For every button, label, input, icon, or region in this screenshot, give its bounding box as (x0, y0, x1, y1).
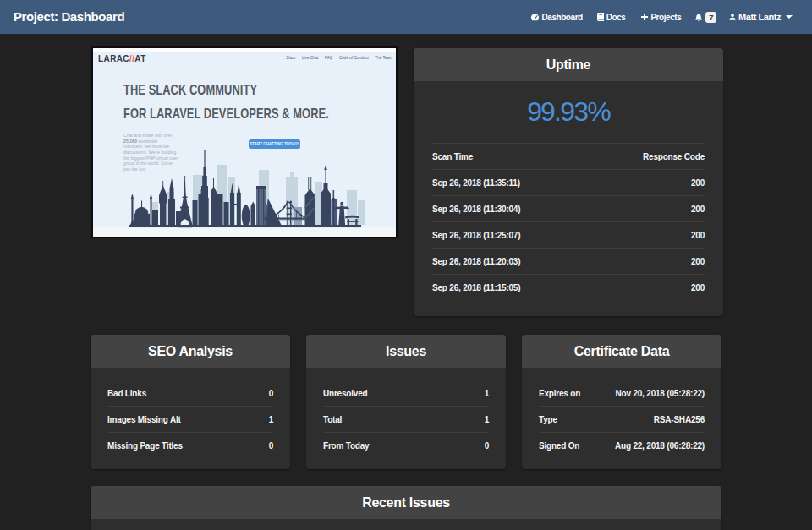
navbar-brand: Project: Dashboard (14, 0, 124, 34)
uptime-row: Sep 26, 2018 (11:15:05) 200 (432, 274, 705, 300)
uptime-percentage: 99.93% (432, 81, 705, 143)
stat-value: 0 (269, 389, 273, 398)
uptime-panel: Uptime 99.93% Scan Time Response Code Se… (414, 48, 723, 316)
stat-label: From Today (323, 441, 370, 451)
preview-skyline-illustration (93, 48, 396, 237)
col-scan-time: Scan Time (432, 152, 473, 161)
nav-label-docs: Docs (606, 13, 626, 22)
user-icon (729, 14, 736, 21)
issues-row: From Today 0 (323, 432, 489, 458)
plus-icon (641, 14, 648, 20)
certificate-row: Signed On Aug 22, 2018 (06:28:22) (539, 432, 705, 458)
stat-value: 1 (269, 415, 273, 424)
seo-table: Bad Links 0 Images Missing Alt 1 Missing… (107, 380, 273, 458)
issues-row: Total 1 (323, 406, 489, 432)
scan-time: Sep 26, 2018 (11:25:07) (432, 231, 520, 240)
response-code: 200 (691, 257, 705, 266)
uptime-table-header: Scan Time Response Code (432, 143, 705, 169)
stat-value: Nov 20, 2018 (05:28:22) (616, 389, 705, 398)
seo-row: Missing Page Titles 0 (107, 432, 273, 458)
nav-item-user[interactable]: Matt Lantz (729, 12, 793, 22)
stat-value: RSA-SHA256 (654, 415, 705, 424)
certificate-row: Type RSA-SHA256 (539, 406, 705, 432)
certificate-panel: Certificate Data Expires on Nov 20, 2018… (522, 335, 721, 469)
recent-issues-panel: Recent Issues (91, 486, 721, 530)
nav-label-projects: Projects (650, 13, 681, 22)
notification-badge: 7 (705, 12, 716, 23)
uptime-table: Scan Time Response Code Sep 26, 2018 (11… (432, 143, 705, 300)
issues-row: Unresolved 1 (323, 380, 489, 406)
nav-item-docs[interactable]: Docs (597, 13, 626, 22)
stat-value: 0 (485, 441, 489, 451)
scan-time: Sep 26, 2018 (11:15:05) (432, 283, 520, 292)
seo-panel-title: SEO Analysis (91, 335, 290, 368)
uptime-row: Sep 26, 2018 (11:35:11) 200 (432, 169, 705, 195)
certificate-panel-title: Certificate Data (522, 335, 721, 368)
stat-value: 1 (485, 389, 489, 398)
scan-time: Sep 26, 2018 (11:30:04) (432, 205, 520, 214)
stat-label: Unresolved (323, 389, 367, 398)
chevron-down-icon (786, 15, 793, 19)
col-response-code: Response Code (643, 152, 705, 161)
stat-label: Images Missing Alt (107, 415, 181, 424)
response-code: 200 (691, 231, 705, 240)
response-code: 200 (691, 283, 705, 292)
scan-time: Sep 26, 2018 (11:35:11) (432, 178, 520, 188)
uptime-row: Sep 26, 2018 (11:25:07) 200 (432, 221, 705, 248)
dashboard-page: Project: Dashboard Dashboard Doc (0, 0, 812, 530)
docs-icon (597, 13, 604, 21)
recent-issues-title: Recent Issues (91, 486, 721, 519)
stat-label: Type (539, 415, 557, 424)
stat-label: Missing Page Titles (107, 441, 183, 451)
issues-table: Unresolved 1 Total 1 From Today 0 (323, 380, 489, 458)
uptime-panel-title: Uptime (414, 48, 723, 81)
stat-value: 1 (485, 415, 489, 424)
navbar-menu: Dashboard Docs Projects (530, 0, 793, 34)
stat-value: 0 (269, 441, 273, 451)
issues-panel-title: Issues (306, 335, 506, 368)
seo-panel: SEO Analysis Bad Links 0 Images Missing … (91, 335, 290, 469)
site-preview-image[interactable]: LARAC//AT SlackLive ChatFAQCode of Condu… (91, 46, 398, 238)
dashboard-icon (530, 13, 540, 21)
stat-label: Signed On (539, 441, 579, 451)
nav-item-notifications[interactable]: 7 (695, 12, 716, 23)
navbar: Project: Dashboard Dashboard Doc (0, 0, 812, 34)
nav-label-dashboard: Dashboard (542, 13, 583, 22)
issues-panel: Issues Unresolved 1 Total 1 From Today 0 (306, 335, 506, 469)
certificate-row: Expires on Nov 20, 2018 (05:28:22) (539, 380, 705, 406)
uptime-row: Sep 26, 2018 (11:20:03) 200 (432, 248, 705, 274)
response-code: 200 (691, 205, 705, 214)
certificate-table: Expires on Nov 20, 2018 (05:28:22) Type … (539, 380, 705, 458)
seo-row: Bad Links 0 (107, 380, 273, 406)
uptime-row: Sep 26, 2018 (11:30:04) 200 (432, 195, 705, 221)
stat-value: Aug 22, 2018 (06:28:22) (615, 441, 705, 451)
scan-time: Sep 26, 2018 (11:20:03) (432, 257, 520, 266)
nav-label-user: Matt Lantz (738, 12, 781, 22)
bell-icon (695, 14, 702, 21)
stat-label: Total (323, 415, 342, 424)
stat-label: Expires on (539, 389, 580, 398)
response-code: 200 (691, 178, 705, 188)
nav-item-dashboard[interactable]: Dashboard (530, 13, 583, 22)
stat-label: Bad Links (107, 389, 146, 398)
seo-row: Images Missing Alt 1 (107, 406, 273, 432)
nav-item-projects[interactable]: Projects (641, 13, 681, 22)
